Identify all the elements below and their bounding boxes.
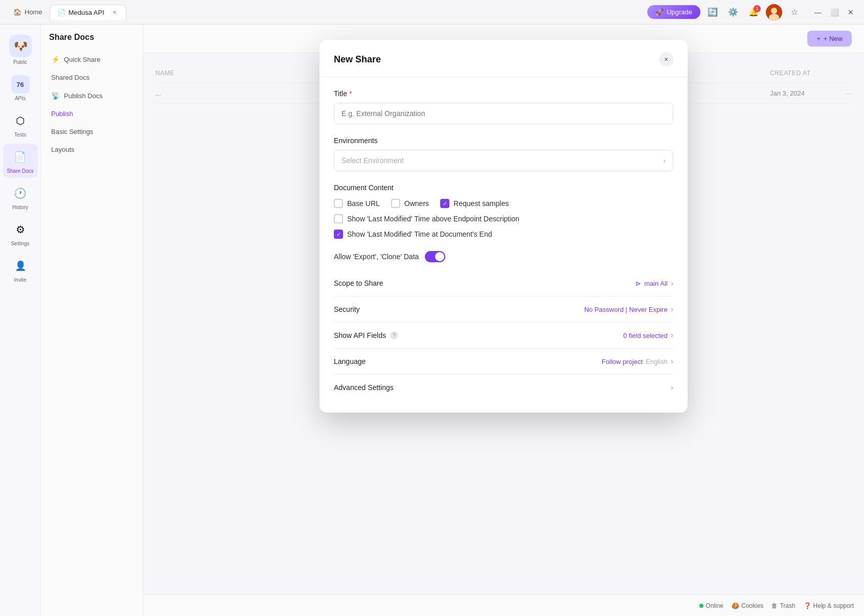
request-samples-checkbox[interactable] — [440, 199, 449, 208]
title-input[interactable] — [334, 103, 673, 124]
notification-badge: 1 — [754, 5, 761, 12]
api-fields-label: Show API Fields — [334, 331, 386, 339]
doc-icon: 📄 — [57, 9, 65, 16]
sidebar-item-tests[interactable]: ⬡ Tests — [3, 107, 38, 142]
language-label: Language — [334, 357, 366, 366]
sidebar-label-share-docs: Share Docs — [7, 168, 33, 174]
environments-field-group: Environments Select Environment › — [334, 136, 673, 171]
notifications-icon[interactable]: 🔔 1 — [745, 4, 762, 20]
scope-value: main All — [644, 280, 668, 287]
settings-icon[interactable]: ⚙️ — [725, 4, 741, 20]
checkbox-request-samples[interactable]: Request samples — [440, 199, 509, 208]
allow-export-row: Allow 'Export', 'Clone' Data — [334, 251, 673, 262]
sidebar-item-settings[interactable]: ⚙ Settings — [3, 216, 38, 250]
checkbox-row-3: Show 'Last Modified' Time at Document's … — [334, 230, 673, 239]
checkbox-last-modified-end[interactable]: Show 'Last Modified' Time at Document's … — [334, 230, 492, 239]
security-row[interactable]: Security No Password | Never Expire › — [334, 296, 673, 323]
security-value: No Password | Never Expire — [584, 306, 668, 313]
public-avatar: 🐶 — [9, 35, 32, 57]
title-label: Title * — [334, 89, 673, 98]
checkbox-row-1: Base URL Owners Request samples — [334, 199, 673, 208]
api-fields-value: 0 field selected — [623, 332, 668, 339]
modal-header: New Share × — [320, 40, 688, 77]
window-controls: — ⬜ ✕ — [811, 5, 858, 19]
sidebar-label-invite: Invite — [14, 277, 27, 283]
nav-item-layouts[interactable]: Layouts — [41, 141, 143, 158]
sidebar-item-apis[interactable]: 76 APIs — [3, 71, 38, 105]
svg-point-1 — [771, 8, 777, 14]
sidebar-item-invite[interactable]: 👤 Invite — [3, 253, 38, 287]
base-url-checkbox[interactable] — [334, 199, 343, 208]
owners-checkbox[interactable] — [391, 199, 400, 208]
required-star: * — [349, 89, 352, 98]
modal-overlay: New Share × Title * Environments — [143, 25, 864, 616]
advanced-chevron: › — [671, 383, 673, 392]
nav-panel: Share Docs ⚡ Quick Share Shared Docs 📡 P… — [41, 25, 143, 616]
tab-home[interactable]: 🏠 Home — [6, 5, 50, 19]
security-label: Security — [334, 305, 360, 313]
security-chevron: › — [671, 305, 673, 314]
language-row[interactable]: Language Follow project English › — [334, 349, 673, 375]
language-value: Follow project — [602, 358, 643, 366]
tab-close-button[interactable]: ✕ — [110, 8, 119, 16]
allow-export-toggle[interactable] — [425, 251, 445, 262]
maximize-button[interactable]: ⬜ — [827, 5, 842, 19]
quick-share-icon: ⚡ — [51, 55, 60, 63]
document-content-group: Document Content Base URL Owners — [334, 184, 673, 239]
modal-body: Title * Environments Select Environment … — [320, 77, 688, 413]
sidebar-label-apis: APIs — [15, 96, 26, 101]
sidebar-item-history[interactable]: 🕐 History — [3, 180, 38, 214]
chevron-right-icon: › — [663, 156, 666, 165]
svg-text:🐶: 🐶 — [13, 39, 28, 53]
nav-item-publish-docs[interactable]: 📡 Publish Docs — [41, 86, 143, 105]
sidebar-label-tests: Tests — [14, 132, 26, 138]
main-layout: 🐶 Public 76 APIs ⬡ Tests 📄 Share Docs 🕐 … — [0, 25, 864, 616]
environments-label: Environments — [334, 136, 673, 145]
nav-item-shared-docs[interactable]: Shared Docs — [41, 69, 143, 86]
tab-medusa-api[interactable]: 📄 Medusa API ✕ — [50, 5, 126, 20]
minimize-button[interactable]: — — [811, 5, 825, 19]
scope-chevron: › — [671, 279, 673, 288]
star-icon[interactable]: ☆ — [786, 4, 803, 20]
invite-icon: 👤 — [11, 257, 30, 275]
advanced-settings-row[interactable]: Advanced Settings › — [334, 375, 673, 400]
rocket-icon: 🚀 — [655, 8, 664, 16]
sidebar-item-public[interactable]: 🐶 Public — [3, 31, 38, 69]
checkbox-owners[interactable]: Owners — [391, 199, 429, 208]
scope-label: Scope to Share — [334, 279, 383, 287]
checkbox-last-modified-endpoint[interactable]: Show 'Last Modified' Time above Endpoint… — [334, 214, 519, 223]
api-fields-row[interactable]: Show API Fields ? 0 field selected › — [334, 323, 673, 349]
avatar[interactable] — [766, 4, 782, 20]
settings-nav-icon: ⚙ — [11, 220, 30, 239]
scope-row[interactable]: Scope to Share ⊳ main All › — [334, 270, 673, 296]
checkbox-base-url[interactable]: Base URL — [334, 199, 380, 208]
close-button[interactable]: ✕ — [844, 5, 858, 19]
refresh-icon[interactable]: 🔄 — [704, 4, 721, 20]
modal-title: New Share — [334, 54, 381, 65]
upgrade-button[interactable]: 🚀 Upgrade — [647, 5, 700, 19]
language-chevron: › — [671, 357, 673, 366]
nav-item-quick-share[interactable]: ⚡ Quick Share — [41, 50, 143, 69]
modal-close-button[interactable]: × — [659, 52, 673, 66]
share-docs-icon: 📄 — [11, 148, 30, 166]
sidebar-item-share-docs[interactable]: 📄 Share Docs — [3, 144, 38, 178]
checkbox-row-2: Show 'Last Modified' Time above Endpoint… — [334, 214, 673, 223]
sidebar-label-settings: Settings — [11, 241, 29, 246]
history-icon: 🕐 — [11, 184, 30, 202]
nav-item-basic-settings[interactable]: Basic Settings — [41, 123, 143, 141]
titlebar-right: 🚀 Upgrade 🔄 ⚙️ 🔔 1 ☆ — ⬜ ✕ — [647, 4, 858, 20]
nav-item-publish[interactable]: Publish — [41, 105, 143, 123]
titlebar: 🏠 Home 📄 Medusa API ✕ 🚀 Upgrade 🔄 ⚙️ 🔔 1… — [0, 0, 864, 25]
last-modified-endpoint-checkbox[interactable] — [334, 214, 343, 223]
document-content-title: Document Content — [334, 184, 673, 192]
scope-icon: ⊳ — [635, 280, 641, 287]
home-icon: 🏠 — [13, 8, 21, 16]
api-fields-help-icon[interactable]: ? — [390, 331, 398, 339]
nav-title: Share Docs — [41, 33, 143, 50]
language-secondary: English — [646, 358, 668, 366]
last-modified-end-checkbox[interactable] — [334, 230, 343, 239]
sidebar-label-public: Public — [13, 59, 27, 65]
sidebar: 🐶 Public 76 APIs ⬡ Tests 📄 Share Docs 🕐 … — [0, 25, 41, 616]
publish-docs-icon: 📡 — [51, 92, 60, 100]
environments-select[interactable]: Select Environment › — [334, 150, 673, 171]
